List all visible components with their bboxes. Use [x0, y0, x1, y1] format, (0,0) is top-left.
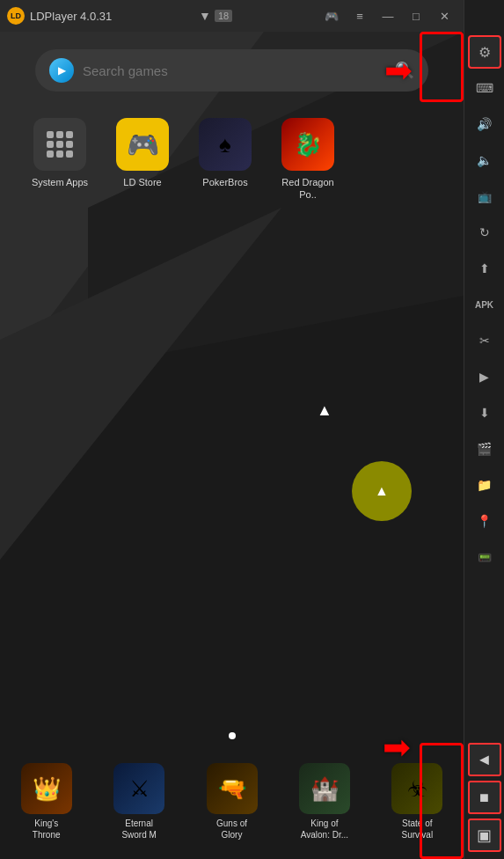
location-sidebar-btn[interactable]: 📍 [468, 504, 501, 538]
volume-up-icon: 🔊 [477, 117, 492, 131]
logo-icon: LD [7, 7, 25, 25]
search-input[interactable] [83, 63, 386, 78]
volume-down-sidebar-btn[interactable]: 🔈 [468, 143, 501, 177]
bottom-taskbar: 👑 King'sThrone ⚔ EternalSword M 🔫 Guns o… [0, 746, 464, 859]
kings-throne-app[interactable]: 👑 King'sThrone [0, 763, 92, 844]
yellow-cursor: ▲ [352, 461, 412, 521]
wifi-icon: ▼ [199, 9, 211, 23]
right-sidebar: ⚙ ⌨ 🔊 🔈 📺 ↻ ⬆ APK ✂ ▶ ⬇ [464, 0, 504, 859]
display-icon: 📺 [478, 190, 492, 203]
king-avalon-label: King ofAvalon: Dr... [301, 818, 348, 841]
eternal-sword-img: ⚔ [113, 763, 164, 814]
pokerbros-label: PokerBros [202, 176, 247, 188]
cursor-arrow-icon: ▲ [375, 483, 389, 499]
guns-glory-img: 🔫 [207, 763, 258, 814]
search-bar: ▶ 🔍 [18, 49, 446, 92]
red-dragon-label: Red Dragon Po.. [273, 176, 343, 202]
download-icon: ⬇ [479, 406, 490, 420]
main-area: ▶ 🔍 System Apps [0, 32, 464, 859]
red-dragon-icon[interactable]: 🐉 Red Dragon Po.. [273, 118, 343, 202]
settings-sidebar-btn[interactable]: ⚙ [468, 35, 501, 69]
ld-store-img: 🎮 [116, 118, 169, 171]
apk-icon: APK [475, 300, 493, 310]
scissors-sidebar-btn[interactable]: ✂ [468, 324, 501, 357]
pokerbros-img: ♠ [199, 118, 252, 171]
state-survival-img: ☣ [391, 763, 442, 814]
king-avalon-app[interactable]: 🏰 King ofAvalon: Dr... [278, 763, 370, 844]
guns-glory-app[interactable]: 🔫 Guns ofGlory [186, 763, 278, 844]
video-sidebar-btn[interactable]: 🎬 [468, 432, 501, 466]
download-sidebar-btn[interactable]: ⬇ [468, 396, 501, 430]
system-apps-icon[interactable]: System Apps [25, 118, 95, 202]
recent-nav-btn[interactable]: ▣ [468, 819, 501, 852]
folder-sidebar-btn[interactable]: 📁 [468, 468, 501, 502]
apk-sidebar-btn[interactable]: APK [468, 288, 501, 321]
title-bar: LD LDPlayer 4.0.31 ▼ 18 🎮 ≡ — □ ✕ [0, 0, 464, 32]
eternal-sword-app[interactable]: ⚔ EternalSword M [92, 763, 185, 844]
home-nav-btn[interactable]: ■ [468, 781, 501, 814]
search-container[interactable]: ▶ 🔍 [35, 49, 428, 92]
search-icon: 🔍 [395, 61, 414, 80]
kings-throne-label: King'sThrone [33, 818, 61, 841]
state-survival-label: State ofSurvival [402, 818, 434, 841]
minimize-button[interactable]: — [376, 5, 400, 26]
system-apps-label: System Apps [32, 176, 88, 188]
play-store-icon: ▶ [49, 58, 74, 83]
settings-icon: ⚙ [478, 44, 491, 61]
back-nav-btn[interactable]: ◄ [468, 743, 501, 776]
location-icon: 📍 [477, 514, 492, 528]
video-icon: 🎬 [477, 442, 492, 456]
state-survival-app[interactable]: ☣ State ofSurvival [371, 763, 464, 844]
keyboard-sidebar-btn[interactable]: ⌨ [468, 71, 501, 105]
kings-throne-img: 👑 [21, 763, 72, 814]
menu-button[interactable]: ≡ [347, 5, 372, 26]
status-icons: ▼ 18 [199, 9, 232, 23]
display-sidebar-btn[interactable]: 📺 [468, 180, 501, 213]
apps-grid: System Apps 🎮 LD Store ♠ PokerBros 🐉 Red… [18, 111, 464, 209]
upload-icon: ⬆ [479, 261, 490, 275]
upload-sidebar-btn[interactable]: ⬆ [468, 252, 501, 285]
ld-store-icon[interactable]: 🎮 LD Store [107, 118, 178, 202]
maximize-button[interactable]: □ [404, 5, 428, 26]
battery-icon: 18 [215, 10, 232, 22]
system-apps-img [33, 118, 86, 171]
guns-glory-label: Guns ofGlory [216, 818, 247, 841]
rotate-sidebar-btn[interactable]: ↻ [468, 216, 501, 249]
title-text: LDPlayer 4.0.31 [30, 10, 112, 23]
king-avalon-img: 🏰 [299, 763, 350, 814]
eternal-sword-label: EternalSword M [121, 818, 156, 841]
recent-icon: ▣ [477, 826, 492, 845]
title-left: LD LDPlayer 4.0.31 [7, 7, 112, 25]
title-controls: 🎮 ≡ — □ ✕ [319, 5, 457, 26]
ld-store-label: LD Store [123, 176, 161, 188]
home-icon: ■ [479, 789, 489, 807]
play-icon: ▶ [479, 370, 489, 384]
device-sidebar-btn[interactable]: 📟 [468, 540, 501, 574]
scissors-icon: ✂ [479, 334, 490, 348]
rotate-icon: ↻ [479, 225, 490, 239]
folder-icon: 📁 [477, 478, 492, 492]
keyboard-icon: ⌨ [476, 81, 493, 95]
device-icon: 📟 [478, 551, 492, 564]
gamepad-button[interactable]: 🎮 [319, 5, 344, 26]
volume-down-icon: 🔈 [477, 153, 492, 167]
page-dot-indicator [229, 732, 236, 739]
back-icon: ◄ [477, 751, 493, 769]
pokerbros-icon[interactable]: ♠ PokerBros [190, 118, 260, 202]
close-button[interactable]: ✕ [432, 5, 457, 26]
red-dragon-img: 🐉 [281, 118, 334, 171]
play-sidebar-btn[interactable]: ▶ [468, 360, 501, 393]
volume-up-sidebar-btn[interactable]: 🔊 [468, 107, 501, 141]
